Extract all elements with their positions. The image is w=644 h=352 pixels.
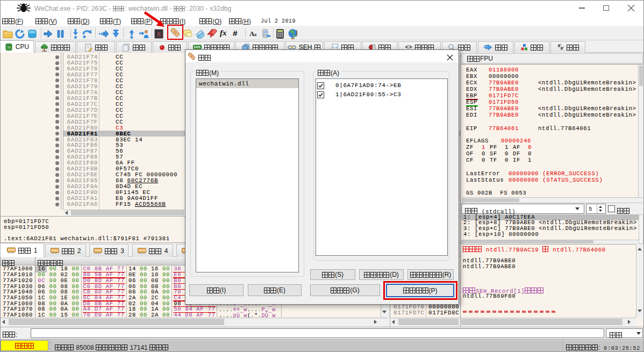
svg-text:32: 32 [7, 45, 11, 48]
svg-text:S: S [157, 30, 161, 38]
